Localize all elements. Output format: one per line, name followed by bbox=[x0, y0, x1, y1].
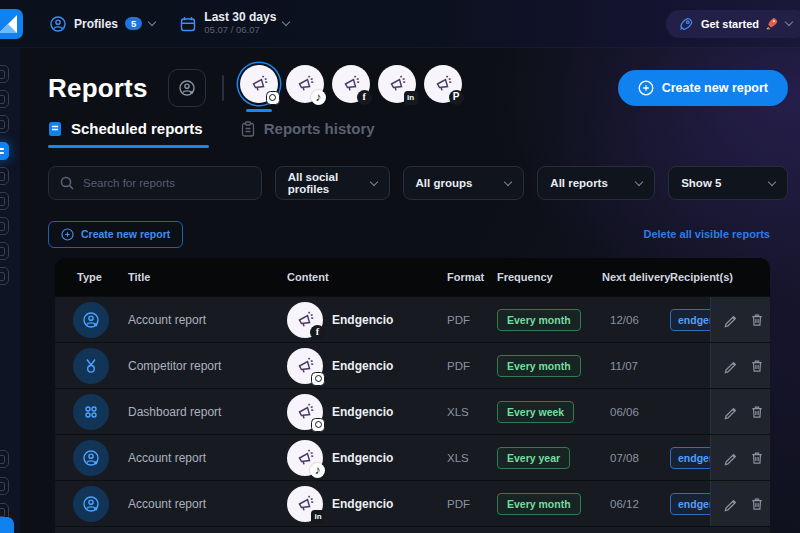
table-header: Type Title Content Format Frequency Next… bbox=[55, 258, 770, 296]
sidebar-item-5[interactable] bbox=[0, 167, 9, 185]
profiles-selector[interactable]: Profiles 5 bbox=[49, 15, 155, 33]
report-type-icon bbox=[73, 394, 109, 430]
content-avatar bbox=[287, 348, 323, 384]
delete-report-button[interactable] bbox=[749, 496, 765, 512]
instagram-icon bbox=[266, 91, 280, 105]
edit-report-button[interactable] bbox=[723, 496, 739, 512]
column-header-actions bbox=[710, 258, 770, 296]
divider bbox=[222, 75, 224, 101]
get-started-button[interactable]: Get started bbox=[666, 10, 800, 38]
date-range-label: Last 30 days bbox=[204, 11, 276, 25]
dashboard-report-icon bbox=[82, 403, 100, 421]
instagram-icon bbox=[311, 372, 325, 386]
sidebar-item-9[interactable] bbox=[0, 267, 9, 285]
edit-report-button[interactable] bbox=[723, 450, 739, 466]
filter-groups-dropdown[interactable]: All groups bbox=[403, 166, 525, 200]
report-type-icon bbox=[73, 440, 109, 476]
report-type-icon bbox=[73, 486, 109, 522]
content-name: Endgencio bbox=[332, 451, 393, 465]
topbar: Profiles 5 Last 30 days 05.07 / 06.07 Ge… bbox=[0, 0, 800, 48]
table-row[interactable]: Account report bbox=[55, 296, 770, 342]
filter-social-profiles-dropdown[interactable]: All social profiles bbox=[275, 166, 390, 200]
sidebar-item-6[interactable] bbox=[0, 192, 9, 210]
sidebar-item-3[interactable] bbox=[0, 115, 9, 133]
table-row[interactable]: Dashboard report bbox=[55, 388, 770, 434]
column-header-format: Format bbox=[447, 271, 497, 283]
filter-reports-dropdown[interactable]: All reports bbox=[537, 166, 655, 200]
page-title: Reports bbox=[48, 73, 148, 104]
report-title: Competitor report bbox=[128, 359, 287, 373]
tab-scheduled-reports[interactable]: Scheduled reports bbox=[48, 120, 203, 148]
facebook-icon bbox=[357, 90, 372, 105]
profile-avatar[interactable] bbox=[284, 63, 326, 105]
calendar-icon bbox=[179, 15, 197, 33]
search-input[interactable] bbox=[83, 177, 251, 189]
delete-report-button[interactable] bbox=[749, 312, 765, 328]
manage-profiles-button[interactable] bbox=[168, 69, 206, 107]
sidebar-item-8[interactable] bbox=[0, 242, 9, 260]
frequency-badge: Every month bbox=[497, 309, 581, 331]
pencil-icon bbox=[723, 496, 739, 512]
create-new-report-button[interactable]: Create new report bbox=[618, 70, 788, 106]
delete-report-button[interactable] bbox=[749, 450, 765, 466]
next-delivery: 07/08 bbox=[600, 452, 670, 464]
plus-circle-icon bbox=[638, 80, 654, 96]
profile-avatar[interactable] bbox=[422, 63, 464, 105]
app-logo-icon bbox=[0, 9, 23, 39]
profile-avatar[interactable] bbox=[330, 63, 372, 105]
profile-avatar[interactable] bbox=[238, 63, 280, 114]
tab-reports-history[interactable]: Reports history bbox=[241, 120, 375, 148]
chevron-down-icon bbox=[768, 177, 776, 185]
pencil-icon bbox=[723, 450, 739, 466]
tiktok-icon bbox=[311, 90, 326, 105]
sidebar bbox=[0, 48, 20, 533]
table-row[interactable]: Account report bbox=[55, 480, 770, 526]
trash-icon bbox=[749, 450, 765, 466]
date-range-selector[interactable]: Last 30 days 05.07 / 06.07 bbox=[179, 11, 289, 36]
profiles-person-icon bbox=[49, 15, 67, 33]
help-button[interactable] bbox=[0, 517, 14, 533]
profile-avatar[interactable] bbox=[376, 63, 418, 105]
sidebar-item-2[interactable] bbox=[0, 90, 9, 108]
chevron-down-icon bbox=[635, 177, 643, 185]
linkedin-icon bbox=[311, 510, 325, 524]
selected-indicator bbox=[246, 109, 272, 112]
show-count-dropdown[interactable]: Show 5 bbox=[668, 166, 788, 200]
scheduled-reports-icon bbox=[48, 121, 62, 137]
tiktok-icon bbox=[310, 463, 325, 478]
trash-icon bbox=[749, 358, 765, 374]
table-row[interactable]: Account report bbox=[55, 434, 770, 480]
table-row-partial bbox=[55, 526, 770, 533]
create-new-report-secondary-button[interactable]: Create new report bbox=[48, 221, 183, 248]
chevron-down-icon bbox=[504, 177, 512, 185]
list-actions-row: Create new report Delete all visible rep… bbox=[48, 220, 770, 248]
frequency-badge: Every month bbox=[497, 493, 581, 515]
edit-report-button[interactable] bbox=[723, 312, 739, 328]
content-name: Endgencio bbox=[332, 313, 393, 327]
delete-report-button[interactable] bbox=[749, 358, 765, 374]
delete-all-visible-reports-link[interactable]: Delete all visible reports bbox=[643, 228, 770, 240]
sidebar-item-1[interactable] bbox=[0, 65, 9, 83]
sidebar-item-7[interactable] bbox=[0, 217, 9, 235]
linkedin-icon bbox=[404, 91, 418, 105]
account-report-icon bbox=[82, 311, 100, 329]
sidebar-item-reports[interactable] bbox=[0, 142, 9, 160]
chevron-down-icon bbox=[282, 18, 290, 26]
account-report-icon bbox=[82, 495, 100, 513]
edit-report-button[interactable] bbox=[723, 404, 739, 420]
facebook-icon bbox=[310, 325, 325, 340]
sidebar-item-10[interactable] bbox=[0, 450, 9, 468]
delete-report-button[interactable] bbox=[749, 404, 765, 420]
edit-report-button[interactable] bbox=[723, 358, 739, 374]
content-name: Endgencio bbox=[332, 405, 393, 419]
table-row[interactable]: Competitor report bbox=[55, 342, 770, 388]
next-delivery: 11/07 bbox=[600, 360, 670, 372]
report-format: XLS bbox=[447, 452, 497, 464]
profile-avatar-list bbox=[238, 63, 464, 114]
plus-circle-icon bbox=[61, 228, 74, 241]
frequency-badge: Every week bbox=[497, 401, 574, 423]
megaphone-icon bbox=[341, 74, 361, 94]
report-title: Account report bbox=[128, 451, 287, 465]
sidebar-item-11[interactable] bbox=[0, 477, 9, 495]
profiles-label: Profiles bbox=[74, 17, 118, 31]
